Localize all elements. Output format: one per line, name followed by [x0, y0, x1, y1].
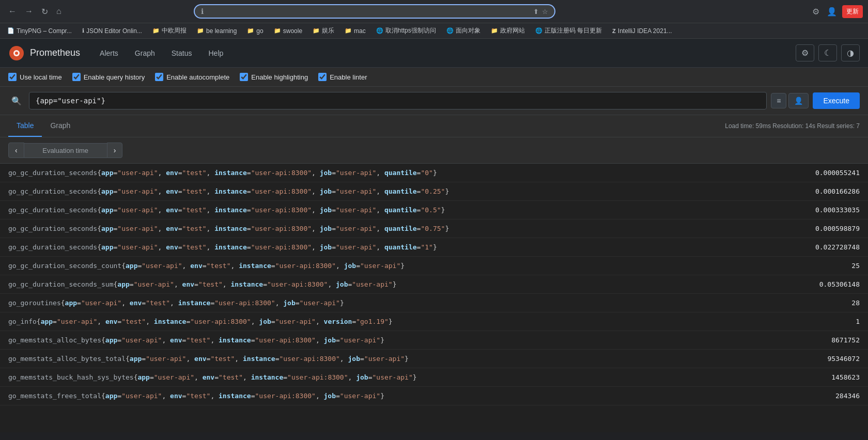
- metric-cell: go_gc_duration_seconds{app="user-api", e…: [0, 238, 766, 257]
- bookmark-mac-label: mac: [354, 27, 366, 35]
- profile-button[interactable]: 👤: [825, 5, 839, 19]
- enable-highlighting-input[interactable]: [240, 73, 248, 81]
- eval-bar: ‹ Evaluation time ›: [0, 137, 868, 164]
- bookmark-globe-icon-3: 🌐: [535, 27, 542, 34]
- bookmark-folder-icon-5: 📁: [313, 27, 320, 34]
- address-bar: ℹ localhost:9090/graph ⬆ ☆: [194, 4, 555, 19]
- settings-gear-button[interactable]: ⚙: [796, 44, 814, 61]
- browser-actions: ⚙ 👤 更新: [810, 5, 863, 19]
- bookmark-yule[interactable]: 📁 娱乐: [311, 25, 336, 36]
- nav-status[interactable]: Status: [164, 45, 199, 61]
- back-button[interactable]: ←: [5, 5, 20, 19]
- extensions-button[interactable]: ⚙: [810, 5, 822, 19]
- bookmark-belearning[interactable]: 📁 be learning: [195, 26, 239, 36]
- enable-linter-checkbox[interactable]: Enable linter: [318, 73, 367, 81]
- navbar-links: Alerts Graph Status Help: [92, 45, 230, 61]
- bookmark-intellij[interactable]: Z IntelliJ IDEA 2021...: [610, 26, 674, 36]
- table-row: go_gc_duration_seconds{app="user-api", e…: [0, 201, 868, 219]
- app-container: Prometheus Alerts Graph Status Help ⚙ ☾ …: [0, 39, 868, 432]
- bookmark-mac[interactable]: 📁 mac: [343, 26, 368, 36]
- bookmark-folder-icon-2: 📁: [197, 27, 204, 34]
- navbar: Prometheus Alerts Graph Status Help ⚙ ☾ …: [0, 39, 868, 68]
- forward-button[interactable]: →: [22, 5, 36, 19]
- bookmark-swoole[interactable]: 📁 swoole: [272, 26, 304, 36]
- use-local-time-input[interactable]: [8, 73, 17, 81]
- bookmark-folder-icon-7: 📁: [491, 27, 498, 34]
- tab-graph[interactable]: Graph: [42, 115, 79, 137]
- bookmark-license[interactable]: 🌐 正版注册码 每日更新: [533, 25, 604, 36]
- enable-query-history-checkbox[interactable]: Enable query history: [72, 73, 145, 81]
- value-cell: 284346: [766, 387, 868, 405]
- enable-highlighting-checkbox[interactable]: Enable highlighting: [240, 73, 308, 81]
- eval-time-display: Evaluation time: [24, 143, 107, 158]
- value-cell: 0.000598879: [766, 219, 868, 238]
- tab-table[interactable]: Table: [8, 115, 42, 137]
- execute-button[interactable]: Execute: [813, 92, 860, 109]
- url-input[interactable]: localhost:9090/graph: [207, 7, 530, 15]
- contrast-toggle-button[interactable]: ◑: [841, 44, 860, 61]
- navbar-brand: Prometheus: [30, 48, 80, 58]
- use-local-time-checkbox[interactable]: Use local time: [8, 73, 62, 81]
- nav-alerts[interactable]: Alerts: [92, 45, 126, 61]
- theme-toggle-button[interactable]: ☾: [818, 44, 837, 61]
- reload-button[interactable]: ↻: [38, 5, 51, 19]
- eval-next-button[interactable]: ›: [107, 143, 123, 158]
- metric-cell: go_info{app="user-api", env="test", inst…: [0, 312, 766, 331]
- bookmark-https[interactable]: 🌐 取消https强制访问: [374, 25, 438, 36]
- nav-graph[interactable]: Graph: [128, 45, 162, 61]
- bookmark-go[interactable]: 📁 go: [245, 26, 265, 36]
- metric-cell: go_gc_duration_seconds{app="user-api", e…: [0, 182, 766, 201]
- enable-autocomplete-label: Enable autocomplete: [166, 73, 229, 81]
- metrics-explorer-button[interactable]: 👤: [788, 93, 809, 108]
- tabs: Table Graph: [8, 115, 79, 137]
- enable-linter-label: Enable linter: [330, 73, 367, 81]
- nav-help[interactable]: Help: [201, 45, 230, 61]
- query-buttons: ≡ 👤: [771, 93, 809, 108]
- bookmark-tinypng[interactable]: 📄 TinyPNG – Compr...: [5, 26, 74, 36]
- bookmark-license-label: 正版注册码 每日更新: [545, 26, 602, 35]
- value-cell: 1458623: [766, 368, 868, 387]
- navbar-logo: Prometheus: [8, 45, 80, 61]
- enable-autocomplete-checkbox[interactable]: Enable autocomplete: [155, 73, 229, 81]
- metric-cell: go_gc_duration_seconds{app="user-api", e…: [0, 164, 766, 182]
- share-icon[interactable]: ⬆: [533, 8, 539, 15]
- bookmark-gov[interactable]: 📁 政府网站: [489, 25, 527, 36]
- query-input[interactable]: [29, 92, 767, 109]
- value-cell: 95346072: [766, 350, 868, 368]
- table-row: go_info{app="user-api", env="test", inst…: [0, 312, 868, 331]
- table-row: go_gc_duration_seconds_sum{app="user-api…: [0, 275, 868, 294]
- results-table: go_gc_duration_seconds{app="user-api", e…: [0, 164, 868, 405]
- enable-linter-input[interactable]: [318, 73, 327, 81]
- metric-cell: go_goroutines{app="user-api", env="test"…: [0, 294, 766, 312]
- bookmark-tinypng-label: TinyPNG – Compr...: [17, 27, 72, 35]
- value-cell: 0.000333035: [766, 201, 868, 219]
- star-icon[interactable]: ☆: [542, 8, 548, 15]
- menu-button[interactable]: 更新: [842, 5, 863, 18]
- bookmark-jsoneditor[interactable]: ℹ JSON Editor Onlin...: [80, 26, 144, 36]
- results-scroll-area[interactable]: go_gc_duration_seconds{app="user-api", e…: [0, 164, 868, 405]
- home-button[interactable]: ⌂: [53, 5, 65, 19]
- tabs-section: Table Graph Load time: 59ms Resolution: …: [0, 115, 868, 137]
- settings-bar: Use local time Enable query history Enab…: [0, 68, 868, 87]
- metric-cell: go_memstats_alloc_bytes_total{app="user-…: [0, 350, 766, 368]
- metric-cell: go_gc_duration_seconds{app="user-api", e…: [0, 219, 766, 238]
- table-row: go_gc_duration_seconds_count{app="user-a…: [0, 257, 868, 275]
- table-row: go_memstats_frees_total{app="user-api", …: [0, 387, 868, 405]
- format-button[interactable]: ≡: [771, 93, 786, 108]
- bookmark-belearning-label: be learning: [206, 27, 237, 35]
- enable-query-history-input[interactable]: [72, 73, 81, 81]
- eval-prev-button[interactable]: ‹: [8, 143, 24, 158]
- enable-autocomplete-input[interactable]: [155, 73, 163, 81]
- bookmark-oop[interactable]: 🌐 面向对象: [444, 25, 483, 36]
- bookmark-jsoneditor-label: JSON Editor Onlin...: [86, 27, 142, 35]
- value-cell: 0.000166286: [766, 182, 868, 201]
- value-cell: 0.000055241: [766, 164, 868, 182]
- navbar-settings: ⚙ ☾ ◑: [796, 44, 860, 61]
- bookmark-https-label: 取消https强制访问: [385, 26, 436, 35]
- bookmark-jsoneditor-icon: ℹ: [82, 27, 84, 34]
- bookmark-zhouzhouribao[interactable]: 📁 中欧周报: [150, 25, 189, 36]
- svg-point-2: [15, 52, 18, 55]
- bookmark-folder-icon-6: 📁: [345, 27, 352, 34]
- metric-cell: go_gc_duration_seconds_sum{app="user-api…: [0, 275, 766, 294]
- prometheus-logo-icon: [8, 45, 25, 61]
